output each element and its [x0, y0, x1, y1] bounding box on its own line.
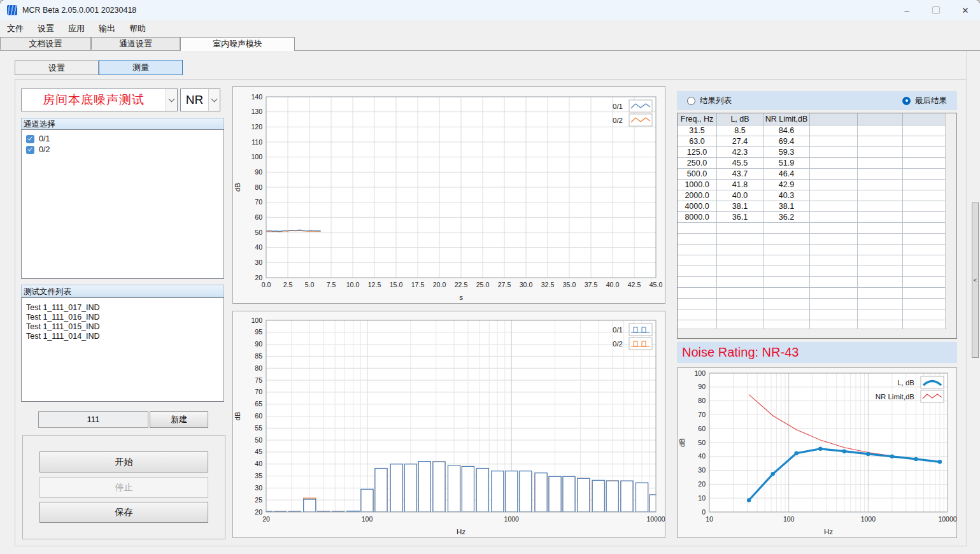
- app-window: MCR Beta 2.05.0.001 20230418 – ✕ 文件设置应用输…: [0, 0, 980, 554]
- tab-settings[interactable]: 设置: [15, 60, 99, 75]
- table-row[interactable]: 63.027.469.4: [678, 136, 950, 147]
- time-history-chart: 20304050607080901001101201301400.02.55.0…: [232, 86, 665, 304]
- stop-button[interactable]: 停止: [39, 477, 208, 498]
- table-row[interactable]: [678, 223, 950, 234]
- table-row[interactable]: 125.042.359.3: [678, 147, 950, 158]
- new-button[interactable]: 新建: [150, 411, 208, 428]
- table-cell: [858, 223, 903, 234]
- svg-text:10.0: 10.0: [346, 281, 360, 288]
- right-edge-divider: [966, 51, 967, 545]
- table-cell: [903, 201, 950, 212]
- test-type-combobox[interactable]: 房间本底噪声测试: [21, 89, 178, 111]
- table-cell: [763, 288, 810, 299]
- table-row[interactable]: [678, 277, 950, 288]
- test-file-item-3[interactable]: Test 1_111_014_IND: [22, 332, 224, 341]
- save-button[interactable]: 保存: [39, 502, 208, 523]
- rating-standard-dropdown-arrow[interactable]: [208, 89, 220, 111]
- channel-checkbox-checked[interactable]: [26, 135, 34, 143]
- svg-text:20: 20: [262, 515, 270, 523]
- table-row[interactable]: 500.043.746.4: [678, 169, 950, 180]
- svg-text:0/1: 0/1: [613, 103, 623, 110]
- svg-text:5.0: 5.0: [305, 281, 315, 288]
- table-vertical-scrollbar[interactable]: [945, 113, 956, 338]
- test-file-item-1[interactable]: Test 1_111_016_IND: [22, 313, 224, 322]
- tab-measure[interactable]: 测量: [99, 60, 183, 75]
- table-cell: [717, 309, 763, 320]
- table-row[interactable]: 31.58.584.6: [678, 125, 950, 136]
- table-cell: [903, 147, 950, 158]
- table-row[interactable]: [678, 234, 950, 245]
- table-cell: [717, 288, 763, 299]
- svg-text:2.5: 2.5: [283, 281, 293, 288]
- table-cell: 38.1: [717, 201, 763, 212]
- collapse-splitter-handle[interactable]: <: [972, 202, 979, 358]
- table-row[interactable]: 8000.036.136.2: [678, 212, 950, 223]
- table-cell: [903, 288, 950, 299]
- main-tab-1[interactable]: 通道设置: [91, 37, 180, 50]
- main-tab-2[interactable]: 室内噪声模块: [180, 37, 295, 51]
- table-cell: 27.4: [717, 136, 763, 147]
- table-row[interactable]: [678, 288, 950, 299]
- table-cell: 42.9: [763, 180, 810, 190]
- table-cell: [903, 255, 950, 266]
- menu-item-3[interactable]: 输出: [92, 20, 122, 37]
- table-cell: [678, 255, 717, 266]
- table-cell: [763, 255, 810, 266]
- test-file-listbox[interactable]: Test 1_111_017_INDTest 1_111_016_INDTest…: [21, 297, 224, 402]
- table-cell: [763, 266, 810, 277]
- minimize-button[interactable]: –: [892, 0, 921, 20]
- channel-row-1[interactable]: 0/2: [22, 144, 224, 155]
- menubar: 文件设置应用输出帮助: [0, 20, 980, 37]
- close-button[interactable]: ✕: [951, 0, 980, 20]
- svg-text:40: 40: [255, 460, 262, 467]
- menu-item-1[interactable]: 设置: [31, 20, 61, 37]
- svg-text:0/2: 0/2: [613, 340, 623, 348]
- menu-item-2[interactable]: 应用: [61, 20, 92, 37]
- table-cell: [678, 277, 717, 288]
- svg-text:10000: 10000: [646, 515, 665, 523]
- svg-text:dB: dB: [678, 438, 686, 447]
- main-tab-0[interactable]: 文档设置: [0, 37, 91, 50]
- test-file-item-2[interactable]: Test 1_111_015_IND: [22, 322, 224, 332]
- table-row[interactable]: [678, 266, 950, 277]
- test-file-item-0[interactable]: Test 1_111_017_IND: [22, 303, 224, 313]
- last-result-radio[interactable]: [902, 97, 911, 105]
- svg-text:95: 95: [255, 328, 262, 336]
- table-row[interactable]: 4000.038.138.1: [678, 201, 950, 212]
- table-row[interactable]: 250.045.551.9: [678, 158, 950, 169]
- table-cell: [678, 245, 717, 255]
- title-bar: MCR Beta 2.05.0.001 20230418 – ✕: [0, 0, 980, 20]
- table-row[interactable]: 2000.040.040.3: [678, 190, 950, 201]
- table-row[interactable]: [678, 255, 950, 266]
- test-type-value: 房间本底噪声测试: [43, 92, 145, 108]
- table-row[interactable]: [678, 245, 950, 255]
- channel-checkbox-checked[interactable]: [26, 146, 34, 154]
- svg-text:20.0: 20.0: [433, 281, 446, 288]
- table-cell: [810, 277, 858, 288]
- svg-text:40: 40: [698, 452, 706, 460]
- results-table[interactable]: Freq., HzL, dBNR Limit,dB31.58.584.663.0…: [677, 113, 957, 339]
- table-cell: 59.3: [763, 147, 810, 158]
- maximize-button[interactable]: [921, 0, 951, 20]
- channel-listbox[interactable]: 0/10/2: [21, 129, 224, 279]
- svg-text:80: 80: [255, 364, 262, 372]
- table-row[interactable]: [678, 299, 950, 309]
- table-row[interactable]: 1000.041.842.9: [678, 180, 950, 190]
- table-horizontal-scrollbar[interactable]: [678, 329, 947, 338]
- svg-text:37.5: 37.5: [585, 281, 598, 288]
- menu-item-0[interactable]: 文件: [0, 20, 31, 37]
- menu-item-4[interactable]: 帮助: [122, 20, 153, 37]
- result-list-radio[interactable]: [687, 97, 695, 105]
- table-cell: [903, 245, 950, 255]
- start-button[interactable]: 开始: [39, 451, 208, 472]
- rating-standard-combobox[interactable]: NR: [180, 89, 220, 111]
- table-row[interactable]: [678, 309, 950, 320]
- window-title: MCR Beta 2.05.0.001 20230418: [22, 6, 136, 15]
- svg-text:30: 30: [255, 259, 262, 266]
- table-cell: 42.3: [717, 147, 763, 158]
- svg-text:70: 70: [255, 388, 262, 395]
- test-name-field[interactable]: 111: [38, 411, 148, 428]
- channel-row-0[interactable]: 0/1: [22, 133, 224, 144]
- test-type-dropdown-arrow[interactable]: [166, 89, 177, 111]
- svg-text:45.0: 45.0: [650, 281, 663, 288]
